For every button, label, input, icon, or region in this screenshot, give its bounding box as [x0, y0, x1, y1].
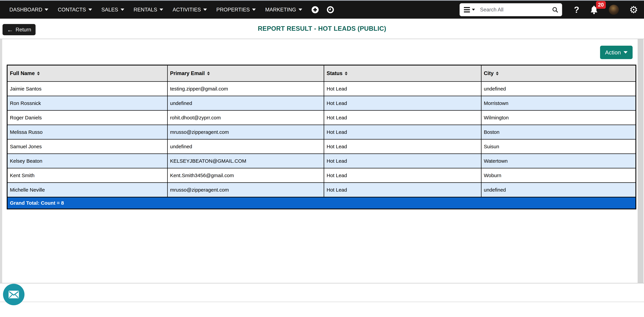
chevron-down-icon: [160, 9, 163, 11]
sort-icon: [37, 72, 40, 75]
column-label: Full Name: [10, 70, 35, 76]
nav-item-label: PROPERTIES: [216, 7, 250, 13]
cell-full-name: Samuel Jones: [7, 139, 168, 154]
table-row[interactable]: Kent SmithKent.Smith3456@gmail.comHot Le…: [7, 168, 636, 183]
cell-status: Hot Lead: [324, 168, 481, 183]
cell-status: Hot Lead: [324, 125, 481, 139]
page-header: ← Return REPORT RESULT - HOT LEADS (PUBL…: [0, 19, 644, 39]
action-button[interactable]: Action: [600, 46, 633, 59]
nav-item-label: RENTALS: [134, 7, 157, 13]
clock-icon: [327, 6, 334, 14]
avatar[interactable]: [609, 5, 619, 15]
report-table-body: Jaimie Santostesting.zipper@gmail.comHot…: [7, 82, 636, 197]
cell-city: undefined: [481, 82, 636, 96]
cell-primary-email: Kent.Smith3456@gmail.com: [167, 168, 324, 183]
table-row[interactable]: Melissa Russomrusso@zipperagent.comHot L…: [7, 125, 636, 139]
cell-status: Hot Lead: [324, 96, 481, 111]
table-row[interactable]: Jaimie Santostesting.zipper@gmail.comHot…: [7, 82, 636, 96]
question-mark-icon: ?: [574, 5, 579, 14]
nav-right-icons: ? 20 ⚙: [574, 5, 638, 15]
main-navbar: DASHBOARD CONTACTS SALES RENTALS ACTIVIT…: [0, 1, 644, 19]
nav-item-label: ACTIVITIES: [172, 7, 201, 13]
plus-circle-icon: [311, 6, 319, 14]
search-scope-button[interactable]: [464, 7, 475, 13]
chevron-down-icon: [88, 9, 92, 11]
nav-item-contacts[interactable]: CONTACTS: [58, 7, 92, 13]
nav-item-label: MARKETING: [265, 7, 296, 13]
nav-item-label: SALES: [102, 7, 118, 13]
page: { "colors": { "nav_bg": "#161616", "titl…: [0, 0, 644, 317]
main-menu: DASHBOARD CONTACTS SALES RENTALS ACTIVIT…: [10, 7, 302, 13]
email-fab[interactable]: [3, 284, 24, 305]
recent-history-button[interactable]: [327, 6, 334, 14]
column-header-primary-email[interactable]: Primary Email: [167, 65, 324, 82]
cell-status: Hot Lead: [324, 111, 481, 125]
chevron-down-icon: [252, 9, 256, 11]
column-header-full-name[interactable]: Full Name: [7, 65, 168, 82]
quick-add-button[interactable]: [311, 6, 319, 14]
cell-primary-email: mrusso@zipperagent.com: [167, 183, 324, 197]
global-search: [460, 3, 562, 16]
grand-total-row: Grand Total: Count = 8: [7, 197, 636, 209]
table-row[interactable]: Samuel JonesundefinedHot LeadSuisun: [7, 139, 636, 154]
chevron-down-icon: [472, 9, 475, 11]
cell-city: Watertown: [481, 154, 636, 168]
help-button[interactable]: ?: [574, 5, 579, 14]
report-panel: Action Full Name Primary Email Status: [0, 39, 644, 283]
report-table: Full Name Primary Email Status City Jaim…: [7, 65, 636, 209]
cell-full-name: Kent Smith: [7, 168, 168, 183]
nav-item-properties[interactable]: PROPERTIES: [216, 7, 256, 13]
nav-item-label: DASHBOARD: [10, 7, 42, 13]
cell-primary-email: undefined: [167, 96, 324, 111]
cell-full-name: Jaimie Santos: [7, 82, 168, 96]
cell-primary-email: KELSEYJBEATON@GMAIL.COM: [167, 154, 324, 168]
footer-area: [0, 283, 644, 317]
envelope-icon: [8, 290, 20, 299]
nav-item-dashboard[interactable]: DASHBOARD: [10, 7, 48, 13]
nav-item-sales[interactable]: SALES: [102, 7, 124, 13]
chevron-down-icon: [44, 9, 48, 11]
notification-badge: 20: [596, 1, 606, 9]
table-row[interactable]: Kelsey BeatonKELSEYJBEATON@GMAIL.COMHot …: [7, 154, 636, 168]
column-label: Status: [326, 70, 342, 76]
cell-full-name: Roger Daniels: [7, 111, 168, 125]
quick-icons: [311, 6, 334, 14]
cell-city: Suisun: [481, 139, 636, 154]
cell-full-name: Kelsey Beaton: [7, 154, 168, 168]
right-gutter[interactable]: [638, 39, 644, 283]
search-submit-button[interactable]: [552, 7, 558, 13]
sort-icon: [496, 72, 498, 75]
column-header-city[interactable]: City: [481, 65, 636, 82]
table-row[interactable]: Ron RossnickundefinedHot LeadMorristown: [7, 96, 636, 111]
chevron-down-icon: [120, 9, 124, 11]
column-header-status[interactable]: Status: [324, 65, 481, 82]
cell-status: Hot Lead: [324, 154, 481, 168]
column-label: Primary Email: [170, 70, 205, 76]
cell-full-name: Michelle Neville: [7, 183, 168, 197]
grand-total: Grand Total: Count = 8: [7, 197, 636, 209]
table-row[interactable]: Roger Danielsrohit.dhoot@zyprr.comHot Le…: [7, 111, 636, 125]
cell-city: Boston: [481, 125, 636, 139]
settings-button[interactable]: ⚙: [629, 5, 638, 15]
gear-icon: ⚙: [629, 5, 638, 15]
cell-status: Hot Lead: [324, 139, 481, 154]
table-row[interactable]: Michelle Nevillemrusso@zipperagent.comHo…: [7, 183, 636, 197]
cell-city: Woburn: [481, 168, 636, 183]
nav-item-rentals[interactable]: RENTALS: [134, 7, 163, 13]
cell-status: Hot Lead: [324, 82, 481, 96]
cell-city: undefined: [481, 183, 636, 197]
search-input[interactable]: [480, 7, 552, 13]
nav-item-activities[interactable]: ACTIVITIES: [172, 7, 207, 13]
chevron-down-icon: [298, 9, 302, 11]
cell-city: Wilmington: [481, 111, 636, 125]
notifications-button[interactable]: 20: [590, 5, 598, 15]
page-title: REPORT RESULT - HOT LEADS (PUBLIC): [0, 25, 644, 32]
hamburger-menu-icon: [464, 7, 470, 13]
cell-primary-email: mrusso@zipperagent.com: [167, 125, 324, 139]
left-gutter: [0, 39, 2, 283]
nav-item-marketing[interactable]: MARKETING: [265, 7, 302, 13]
chevron-down-icon: [624, 51, 628, 54]
search-icon: [552, 7, 558, 13]
cell-status: Hot Lead: [324, 183, 481, 197]
sort-icon: [207, 72, 210, 75]
